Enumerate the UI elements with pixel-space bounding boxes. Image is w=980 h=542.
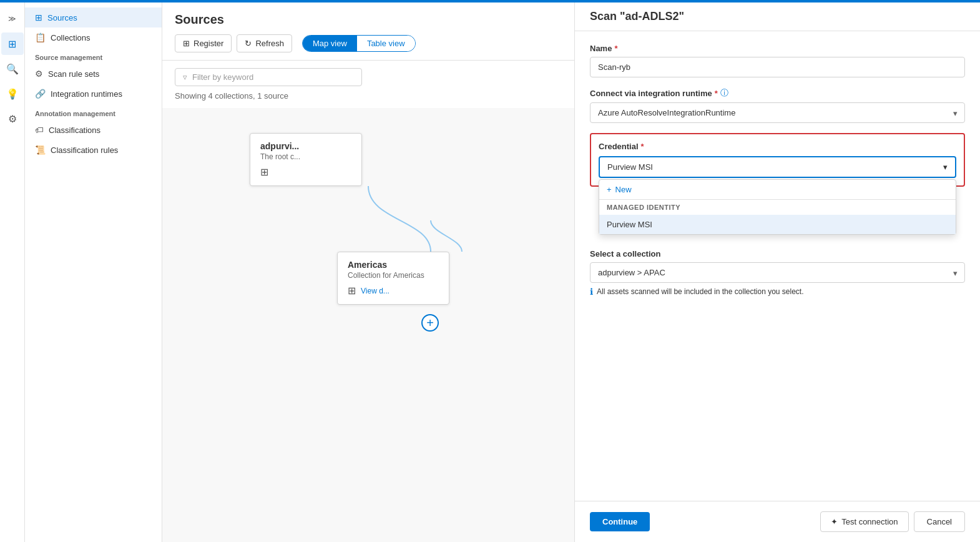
collection-form-group: Select a collection adpurview > APAC ℹ A… — [590, 249, 965, 297]
insights-nav-icon[interactable]: 💡 — [1, 82, 24, 105]
new-credential-label: New — [615, 185, 632, 194]
runtime-select-wrapper: Azure AutoResolveIntegrationRuntime — [590, 102, 965, 123]
filter-input-wrapper[interactable]: ▿ Filter by keyword — [175, 68, 362, 86]
sidebar-collections-label: Collections — [51, 33, 91, 42]
name-input[interactable] — [590, 57, 965, 77]
scan-rule-sets-icon: ⚙ — [35, 69, 43, 79]
catalog-nav-icon[interactable]: 🔍 — [1, 57, 24, 80]
register-icon: ⊞ — [183, 39, 190, 48]
sidebar-item-collections[interactable]: 📋 Collections — [25, 27, 162, 47]
scan-panel-header: Scan "ad-ADLS2" — [575, 0, 980, 31]
sources-header: Sources ⊞ Register ↻ Refresh Map view Ta… — [162, 2, 574, 61]
root-grid-icon[interactable]: ⊞ — [260, 166, 268, 178]
register-label: Register — [194, 39, 223, 48]
test-connection-icon: ✦ — [831, 517, 838, 526]
americas-node-icons: ⊞ View d... — [348, 285, 439, 297]
collection-select-wrapper: adpurview > APAC — [590, 262, 965, 283]
top-bar — [0, 0, 980, 2]
integration-runtimes-icon: 🔗 — [35, 89, 46, 99]
collapse-icon[interactable]: ≫ — [1, 7, 24, 30]
sources-toolbar: ⊞ Register ↻ Refresh Map view Table view — [175, 34, 562, 52]
new-credential-button[interactable]: + New — [599, 180, 956, 200]
add-collection-button[interactable]: + — [421, 314, 439, 332]
plus-icon: + — [607, 185, 612, 194]
sources-icon: ⊞ — [35, 12, 42, 22]
map-area: adpurvi... The root c... ⊞ Americas Coll… — [162, 108, 574, 542]
refresh-button[interactable]: ↻ Refresh — [237, 34, 292, 52]
filter-bar: ▿ Filter by keyword — [175, 68, 562, 86]
runtime-label: Connect via integration runtime * ⓘ — [590, 87, 965, 99]
sidebar-sources-label: Sources — [47, 13, 77, 22]
americas-node-subtitle: Collection for Americas — [348, 271, 439, 280]
collection-info-message: All assets scanned will be included in t… — [597, 287, 804, 296]
credential-dropdown-menu: + New MANAGED IDENTITY Purview MSI — [599, 179, 956, 235]
runtime-required-star: * — [715, 89, 718, 98]
classifications-icon: 🏷 — [35, 125, 44, 135]
credential-selected-value: Purview MSI — [607, 162, 653, 172]
credential-chevron-icon: ▾ — [943, 162, 948, 172]
sidebar-item-classification-rules[interactable]: 📜 Classification rules — [25, 140, 162, 160]
sidebar-classifications-label: Classifications — [49, 126, 100, 135]
sidebar-integration-runtimes-label: Integration runtimes — [51, 89, 122, 99]
test-connection-button[interactable]: ✦ Test connection — [820, 511, 908, 532]
cancel-button[interactable]: Cancel — [914, 511, 965, 532]
root-node-icons: ⊞ — [260, 166, 351, 178]
manage-nav-icon[interactable]: ⚙ — [1, 107, 24, 130]
runtime-select[interactable]: Azure AutoResolveIntegrationRuntime — [590, 102, 965, 123]
filter-icon: ▿ — [183, 72, 187, 82]
runtime-form-group: Connect via integration runtime * ⓘ Azur… — [590, 87, 965, 123]
root-node-title: adpurvi... — [260, 141, 351, 151]
sidebar-item-scan-rule-sets[interactable]: ⚙ Scan rule sets — [25, 64, 162, 84]
sidebar-item-classifications[interactable]: 🏷 Classifications — [25, 120, 162, 140]
sidebar-item-sources[interactable]: ⊞ Sources — [25, 7, 162, 27]
annotation-management-header: Annotation management — [25, 104, 162, 120]
table-view-button[interactable]: Table view — [357, 36, 415, 51]
collection-info-icon: ℹ — [590, 287, 593, 297]
map-view-button[interactable]: Map view — [303, 36, 357, 51]
collections-icon: 📋 — [35, 32, 46, 42]
sidebar-item-integration-runtimes[interactable]: 🔗 Integration runtimes — [25, 84, 162, 104]
runtime-info-icon[interactable]: ⓘ — [720, 87, 728, 99]
name-label: Name * — [590, 44, 965, 53]
credential-required-star: * — [641, 142, 644, 151]
scan-panel-body: Name * Connect via integration runtime *… — [575, 31, 980, 501]
register-button[interactable]: ⊞ Register — [175, 34, 232, 52]
sidebar-classification-rules-label: Classification rules — [51, 145, 118, 155]
scan-panel-footer: Continue ✦ Test connection Cancel — [575, 501, 980, 542]
purview-msi-option[interactable]: Purview MSI — [599, 215, 956, 234]
refresh-label: Refresh — [255, 39, 284, 48]
americas-grid-icon[interactable]: ⊞ — [348, 285, 356, 297]
source-management-header: Source management — [25, 47, 162, 64]
managed-identity-header: MANAGED IDENTITY — [599, 200, 956, 215]
credential-select-box[interactable]: Purview MSI ▾ — [599, 156, 956, 178]
footer-right: ✦ Test connection Cancel — [820, 511, 965, 532]
showing-text: Showing 4 collections, 1 source — [162, 91, 574, 108]
collection-label: Select a collection — [590, 249, 965, 259]
test-connection-label: Test connection — [841, 517, 898, 526]
credential-section: Credential * Purview MSI ▾ + New MANAGED… — [590, 133, 965, 187]
scan-panel: Scan "ad-ADLS2" Name * Connect via integ… — [574, 0, 980, 542]
americas-node: Americas Collection for Americas ⊞ View … — [337, 252, 449, 305]
connector-svg — [162, 108, 574, 542]
collection-info-text: ℹ All assets scanned will be included in… — [590, 287, 965, 297]
icon-bar: ≫ ⊞ 🔍 💡 ⚙ — [0, 2, 25, 542]
americas-node-title: Americas — [348, 260, 439, 270]
name-required-star: * — [614, 44, 617, 53]
credential-dropdown: Purview MSI ▾ + New MANAGED IDENTITY Pur… — [599, 156, 956, 178]
root-node-subtitle: The root c... — [260, 152, 351, 161]
credential-label: Credential * — [599, 142, 956, 151]
refresh-icon: ↻ — [245, 39, 252, 48]
sidebar-scan-rule-sets-label: Scan rule sets — [48, 69, 99, 79]
sidebar: ⊞ Sources 📋 Collections Source managemen… — [25, 2, 162, 542]
root-node: adpurvi... The root c... ⊞ — [250, 133, 362, 186]
sources-title: Sources — [175, 12, 562, 27]
continue-button[interactable]: Continue — [590, 512, 650, 531]
sources-nav-icon[interactable]: ⊞ — [1, 32, 24, 55]
sources-panel: Sources ⊞ Register ↻ Refresh Map view Ta… — [162, 2, 574, 542]
americas-view-link[interactable]: View d... — [361, 287, 390, 295]
name-form-group: Name * — [590, 44, 965, 77]
filter-placeholder: Filter by keyword — [192, 72, 253, 82]
classification-rules-icon: 📜 — [35, 145, 46, 155]
collection-select[interactable]: adpurview > APAC — [590, 262, 965, 283]
scan-panel-title: Scan "ad-ADLS2" — [590, 10, 965, 23]
